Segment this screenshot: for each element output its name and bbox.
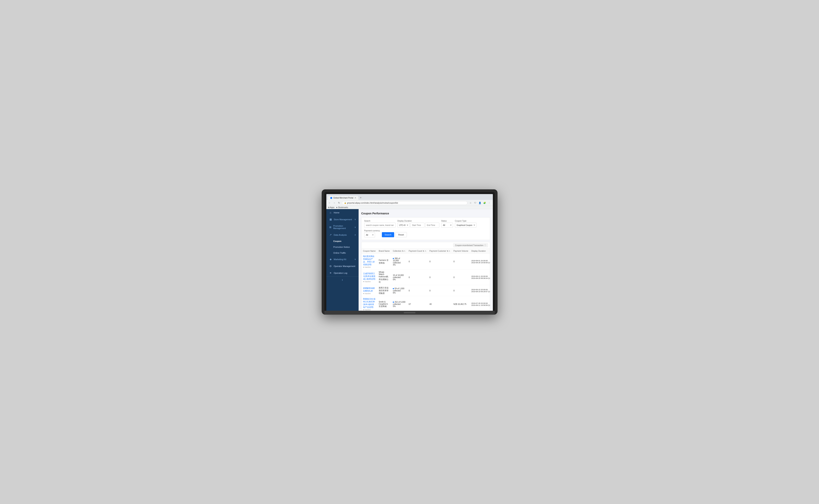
- cell-payment-customer-3: 40: [428, 296, 452, 311]
- cell-payment-volume-0: 0: [452, 254, 470, 270]
- sidebar-item-promotion-management[interactable]: ⊞ Promotion Management ∨: [326, 223, 359, 231]
- coupon-name-link-1[interactable]: 立减20新西兰元(凯库拉视觉成人船票适用): [363, 272, 375, 280]
- store-icon: ▦: [329, 218, 332, 221]
- table-header-row: Coupon Name Brand Name Collection ⇅ Paym…: [362, 249, 490, 254]
- filter-bar: Search Display Duration UTC+8: [361, 217, 490, 240]
- status-select[interactable]: All: [441, 223, 453, 228]
- chevron-down-icon-marketing: ∨: [354, 258, 356, 260]
- col-collection[interactable]: Collection ⇅: [391, 249, 407, 254]
- cell-collection-1: 15 of 10,000 collected0%: [391, 270, 407, 285]
- home-icon: ⌂: [329, 211, 332, 214]
- payment-currency-label: Payment currency: [364, 230, 380, 232]
- app-layout: ⌂ Home ▦ Store Management ∨ ⊞ Promotion …: [326, 209, 493, 311]
- shield-icon[interactable]: 🛡: [473, 201, 477, 205]
- filter-group-duration: Display Duration UTC+8: [397, 220, 439, 228]
- col-payment-count[interactable]: Payment Count ⇅: [407, 249, 428, 254]
- cell-coupon-name-3: 限量版活动-福特口红购买券(洛琦·福特美妆产品适用) ● Inactive: [362, 296, 377, 311]
- refresh-button[interactable]: ↻: [337, 201, 341, 205]
- search-label: Search: [364, 220, 396, 222]
- bookmarks-label: Bookmarks: [338, 206, 348, 209]
- url-text: gmportal.alipay.com/index.htm#/analysis/…: [347, 202, 398, 204]
- page-title: Coupon Performance: [361, 212, 490, 215]
- sidebar-label-log: Operation Log: [334, 272, 347, 274]
- cell-payment-count-2: 0: [407, 285, 428, 296]
- bookmark-star-icon[interactable]: ☆: [469, 201, 473, 205]
- address-bar[interactable]: 🔒 gmportal.alipay.com/index.htm#/analysi…: [342, 201, 467, 205]
- sidebar-item-operator-management[interactable]: ⊙ Operator Management: [326, 263, 359, 269]
- sidebar-item-data-analysis[interactable]: ↗ Data Analysis ∧: [326, 231, 359, 238]
- timezone-select[interactable]: UTC+8: [397, 223, 410, 228]
- filter-group-payment-currency: Payment currency All: [364, 230, 380, 237]
- filter-group-status: Status All: [441, 220, 453, 228]
- blue-dot-3: [393, 302, 394, 303]
- incentive-label-text: Coupon-incentivised Transaction: [455, 244, 483, 246]
- coupon-name-link-0[interactable]: 8折(需买两款安缘妆品产品，享受八折优惠适用): [363, 255, 375, 266]
- sidebar-sub-coupon[interactable]: Coupon: [326, 238, 359, 244]
- payment-currency-select[interactable]: All: [364, 232, 375, 237]
- laptop-shell: Global Merchant Portal ✕ + ← → ↻ 🔒 gmpor…: [322, 189, 498, 315]
- menu-icon[interactable]: ⋮: [487, 201, 491, 205]
- filter-buttons: Search Reset: [382, 232, 407, 237]
- coupon-name-link-3[interactable]: 限量版活动-福特口红购买券(洛琦·福特美妆产品适用): [363, 298, 375, 308]
- sidebar-label-operator: Operator Management: [334, 265, 355, 267]
- cell-payment-count-3: 67: [407, 296, 428, 311]
- table-row: 立减20新西兰元(凯库拉视觉成人船票适用) ● Inactive Whale W…: [362, 270, 490, 285]
- sidebar: ⌂ Home ▦ Store Management ∨ ⊞ Promotion …: [326, 209, 359, 311]
- sidebar-item-store-management[interactable]: ▦ Store Management ∨: [326, 216, 359, 223]
- forward-button[interactable]: →: [333, 201, 336, 205]
- coupon-status-1: ● Inactive: [363, 281, 371, 283]
- coupon-status-0: ● Inactive: [363, 266, 371, 268]
- extension-icon[interactable]: 🧩: [483, 201, 487, 205]
- reset-button[interactable]: Reset: [395, 232, 407, 237]
- sidebar-label-home: Home: [334, 211, 339, 214]
- cell-collection-0: 386 of 10,000 collected4%: [391, 254, 407, 270]
- coupon-table: Coupon Name Brand Name Collection ⇅ Paym…: [362, 249, 490, 311]
- filter-group-coupon-type: Coupon Type Graphical Coupon: [455, 220, 476, 228]
- new-tab-button[interactable]: +: [358, 195, 363, 200]
- apps-button[interactable]: ⊞ Apps: [328, 206, 335, 209]
- sidebar-item-marketing-kit[interactable]: ◈ Marketing Kit ∨: [326, 256, 359, 263]
- user-icon[interactable]: 👤: [478, 201, 482, 205]
- browser-chrome: Global Merchant Portal ✕ + ← → ↻ 🔒 gmpor…: [326, 194, 493, 209]
- browser-tab[interactable]: Global Merchant Portal ✕: [328, 196, 358, 200]
- incentive-label: Coupon-incentivised Transaction ⓘ: [453, 243, 488, 247]
- cell-payment-volume-2: 0: [452, 285, 470, 296]
- blue-dot-2: [393, 288, 394, 289]
- info-icon: ⓘ: [484, 244, 486, 247]
- cell-display-duration-0: 2019-08-01 20:00:002019-08-28 19:59:59 (…: [470, 254, 490, 270]
- cell-payment-customer-0: 0: [428, 254, 452, 270]
- start-time-input[interactable]: [410, 223, 424, 228]
- search-input[interactable]: [364, 223, 396, 228]
- search-button[interactable]: Search: [382, 232, 394, 237]
- sidebar-label-store: Store Management: [334, 218, 352, 221]
- sidebar-item-home[interactable]: ⌂ Home: [326, 209, 359, 216]
- coupon-status-2: ● Inactive: [363, 293, 371, 295]
- bookmarks-bar: ⊞ Apps ★ Bookmarks: [326, 206, 493, 209]
- tab-favicon: [330, 197, 332, 199]
- sidebar-sub-promo-notice[interactable]: Promotion Notice: [326, 244, 359, 250]
- sidebar-collapse-button[interactable]: ‹: [326, 276, 359, 283]
- coupon-table-container: Coupon-incentivised Transaction ⓘ Coupon…: [361, 242, 490, 311]
- status-label: Status: [441, 220, 453, 222]
- sidebar-sub-online-traffic[interactable]: Online Traffic: [326, 250, 359, 256]
- back-button[interactable]: ←: [328, 201, 331, 205]
- coupon-name-link-2[interactable]: 获赠豪客城著名餐馆礼券: [363, 287, 375, 292]
- collapse-icon: ‹: [342, 278, 343, 282]
- col-brand-name: Brand Name: [377, 249, 391, 254]
- cell-payment-volume-3: NZ$ 16,462.75: [452, 296, 470, 311]
- end-time-input[interactable]: [425, 223, 439, 228]
- sidebar-item-operation-log[interactable]: ≡ Operation Log: [326, 269, 359, 276]
- apps-grid-icon: ⊞: [328, 206, 329, 209]
- duration-inputs: UTC+8: [397, 223, 439, 228]
- table-row: 限量版活动-福特口红购买券(洛琦·福特美妆产品适用) ● Inactive Sm…: [362, 296, 490, 311]
- coupon-type-select[interactable]: Graphical Coupon: [455, 223, 476, 228]
- chevron-up-icon: ∧: [354, 234, 356, 236]
- table-row: 获赠豪客城著名餐馆礼券 ● Inactive 新西兰安远酒店投资管理集团 59 …: [362, 285, 490, 296]
- laptop-base: [324, 311, 495, 315]
- browser-actions: ☆ 🛡 👤 🧩 ⋮: [469, 201, 491, 205]
- col-payment-customer[interactable]: Payment Customer ⇅: [428, 249, 452, 254]
- col-coupon-name: Coupon Name: [362, 249, 377, 254]
- cell-payment-count-0: 0: [407, 254, 428, 270]
- tab-close-button[interactable]: ✕: [354, 197, 356, 199]
- bookmarks-item[interactable]: ★ Bookmarks: [336, 206, 348, 209]
